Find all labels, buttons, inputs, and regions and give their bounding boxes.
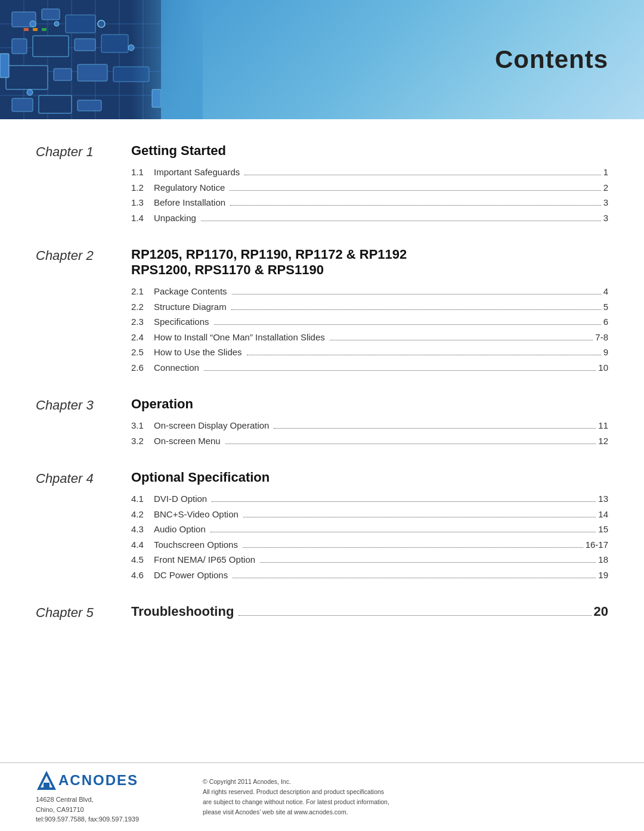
chapter5-title: Troubleshooting <box>131 604 234 619</box>
chapter4-label: Chpater 4 <box>36 470 131 582</box>
header-title-area: Contents <box>495 45 608 74</box>
svg-rect-17 <box>101 35 128 52</box>
chapter5-dots <box>239 615 591 616</box>
list-item: 4.5 Front NEMA/ IP65 Option 18 <box>131 552 608 568</box>
chapter5-content: Troubleshooting 20 <box>131 604 608 621</box>
chapter2-content: RP1205, RP1170, RP1190, RP1172 & RP1192 … <box>131 247 608 375</box>
list-item: 4.3 Audio Option 15 <box>131 522 608 537</box>
chapter3-content: Operation 3.1 On-screen Display Operatio… <box>131 396 608 448</box>
list-item: 3.2 On-screen Menu 12 <box>131 433 608 449</box>
list-item: 2.6 Connection 10 <box>131 360 608 376</box>
svg-rect-23 <box>39 95 72 113</box>
list-item: 1.1 Important Safeguards 1 <box>131 165 608 180</box>
svg-point-25 <box>30 21 36 27</box>
list-item: 1.2 Regulatory Notice 2 <box>131 180 608 196</box>
list-item: 4.2 BNC+S-Video Option 14 <box>131 507 608 522</box>
chapter1-entries: 1.1 Important Safeguards 1 1.2 Regulator… <box>131 165 608 225</box>
svg-rect-18 <box>6 66 48 89</box>
chapter5-page: 20 <box>594 604 608 619</box>
chapter3-entries: 3.1 On-screen Display Operation 11 3.2 O… <box>131 418 608 448</box>
list-item: 1.4 Unpacking 3 <box>131 210 608 226</box>
svg-rect-33 <box>0 54 9 77</box>
list-item: 4.1 DVI-D Option 13 <box>131 491 608 507</box>
svg-point-26 <box>54 21 59 26</box>
svg-rect-20 <box>78 64 107 81</box>
svg-rect-22 <box>12 98 33 111</box>
svg-rect-32 <box>42 28 47 31</box>
logo-text: ACNODES <box>58 772 138 789</box>
svg-rect-37 <box>44 783 49 787</box>
chapter1-section: Chapter 1 Getting Started 1.1 Important … <box>36 143 608 225</box>
chapter3-section: Chapter 3 Operation 3.1 On-screen Displa… <box>36 396 608 448</box>
page-title: Contents <box>495 45 608 74</box>
chapter4-content: Optional Specification 4.1 DVI-D Option … <box>131 470 608 582</box>
svg-point-29 <box>27 89 33 95</box>
list-item: 4.4 Touchscreen Options 16-17 <box>131 537 608 553</box>
chapter2-title: RP1205, RP1170, RP1190, RP1172 & RP1192 … <box>131 247 608 278</box>
svg-rect-30 <box>24 28 29 31</box>
chapter5-section: Chapter 5 Troubleshooting 20 <box>36 604 608 621</box>
chapter5-inline-entry: Troubleshooting 20 <box>131 604 608 619</box>
chapter3-label: Chapter 3 <box>36 396 131 448</box>
footer-address: 14628 Central Blvd, Chino, CA91710 tel:9… <box>36 795 155 824</box>
page-footer: ACNODES 14628 Central Blvd, Chino, CA917… <box>0 762 644 831</box>
chapter2-section: Chapter 2 RP1205, RP1170, RP1190, RP1172… <box>36 247 608 375</box>
chapter1-title: Getting Started <box>131 143 608 159</box>
footer-copyright: © Copyright 2011 Acnodes, Inc. All right… <box>155 777 608 817</box>
svg-rect-24 <box>78 100 101 111</box>
chapter1-label: Chapter 1 <box>36 143 131 225</box>
toc-content: Chapter 1 Getting Started 1.1 Important … <box>0 119 644 666</box>
list-item: 1.3 Before Installation 3 <box>131 195 608 210</box>
list-item: 2.4 How to Install “One Man” Installatio… <box>131 330 608 345</box>
chapter5-label: Chapter 5 <box>36 604 131 621</box>
list-item: 2.3 Specifications 6 <box>131 314 608 330</box>
svg-rect-19 <box>54 69 72 80</box>
footer-logo-area: ACNODES 14628 Central Blvd, Chino, CA917… <box>36 770 155 824</box>
list-item: 4.6 DC Power Options 19 <box>131 568 608 583</box>
chapter4-title: Optional Specification <box>131 470 608 485</box>
chapter4-section: Chpater 4 Optional Specification 4.1 DVI… <box>36 470 608 582</box>
chapter2-label: Chapter 2 <box>36 247 131 375</box>
svg-rect-31 <box>33 28 38 31</box>
list-item: 2.1 Package Contents 4 <box>131 284 608 299</box>
svg-point-27 <box>98 20 105 27</box>
list-item: 3.1 On-screen Display Operation 11 <box>131 418 608 433</box>
chapter1-content: Getting Started 1.1 Important Safeguards… <box>131 143 608 225</box>
acnodes-logo: ACNODES <box>36 770 155 791</box>
svg-rect-16 <box>75 39 95 51</box>
chapter2-entries: 2.1 Package Contents 4 2.2 Structure Dia… <box>131 284 608 375</box>
svg-rect-15 <box>33 36 69 57</box>
svg-rect-13 <box>66 15 95 33</box>
svg-rect-14 <box>12 39 27 54</box>
list-item: 2.5 How to Use the Slides 9 <box>131 345 608 360</box>
logo-icon <box>36 770 57 791</box>
chapter4-entries: 4.1 DVI-D Option 13 4.2 BNC+S-Video Opti… <box>131 491 608 582</box>
chapter3-title: Operation <box>131 396 608 412</box>
page-header: Contents <box>0 0 644 119</box>
list-item: 2.2 Structure Diagram 5 <box>131 299 608 315</box>
svg-rect-12 <box>42 9 60 20</box>
